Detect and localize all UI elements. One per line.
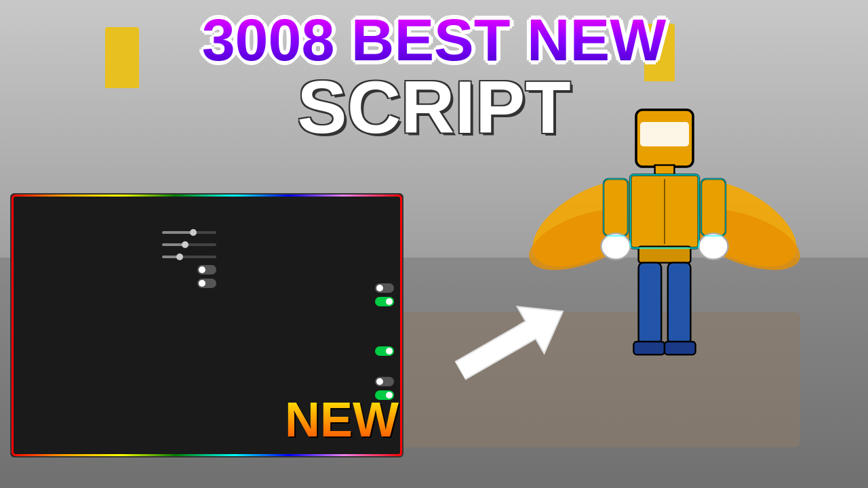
no-hats-row: No Hats Button [227,266,394,279]
gravity-label: Gravity [81,253,104,261]
player-esp-button[interactable]: Button [179,371,216,384]
sidebar-item-credits[interactable]: Credits [12,279,72,300]
misc-section: Misc Unlock First Person No Fall Damage … [227,330,394,400]
svg-rect-5 [640,122,689,146]
unlock-fp-row: Unlock First Person [227,346,394,356]
animation-speed-row: Animation Speed Value [227,232,394,245]
no-legs-label: No Legs [227,313,255,321]
new-badge: NEW [285,392,399,447]
animation-speed-label: Animation Speed [227,235,284,243]
svg-point-11 [601,233,630,259]
no-legs-row: No Legs Button [227,310,394,323]
no-fall-row: No Fall Damage Button [227,360,394,373]
svg-rect-16 [633,342,665,354]
noclip-label: Noclip [81,266,102,274]
item-esp-row: Item ESP Button [81,354,216,367]
noclip-row: Noclip [81,265,216,274]
blockhead-label: Blockhead [227,284,262,292]
employee-esp-button[interactable]: Button [179,338,216,350]
esp-title: ESP [81,308,216,317]
svg-point-12 [698,233,728,259]
svg-rect-17 [665,342,696,354]
svg-rect-9 [604,179,628,236]
sidebar-item-home[interactable]: Home [12,216,72,237]
fly-row: Fly [81,292,216,300]
roblox-character [495,61,834,468]
no-clothing-button[interactable]: Button [357,249,394,262]
no-legs-button[interactable]: Button [357,310,394,323]
fullbright-label: Fullbright [227,378,258,386]
unlock-fp-label: Unlock First Person [227,347,292,355]
noclip-toggle[interactable] [197,265,216,274]
no-arms-row: No Arms [227,297,394,306]
toggle-esp-row: Toggle ESP Button [81,321,216,333]
item-esp-button[interactable]: Button [179,354,216,367]
infinite-jump-label: Infinite Jump [81,279,123,287]
svg-rect-13 [639,247,691,263]
walkspeed-slider[interactable] [162,231,216,234]
sidebar-item-teleports[interactable]: Teleports [12,258,72,279]
gui-sidebar: Home Main Teleports Credits [12,211,73,456]
unlock-fp-toggle[interactable] [375,346,394,356]
svg-rect-10 [701,179,726,236]
toggle-esp-button[interactable]: Button [179,321,216,333]
player-esp-label: Player ESP [81,374,119,382]
gui-left-column: LocalPlayer WalkSpeed JumpPower [81,216,216,451]
no-clothing-label: No Clothing [227,252,266,260]
misc-title: Misc [227,330,394,342]
local-player-title: LocalPlayer [81,216,216,224]
jumppower-row: JumpPower [81,241,216,249]
tracers-label: Tracers [81,388,106,396]
no-fall-label: No Fall Damage [227,363,281,371]
item-esp-label: Item ESP [81,357,112,365]
no-arms-toggle[interactable] [375,297,394,306]
infinite-jump-toggle[interactable] [197,279,216,288]
toggle-esp-label: Toggle ESP [81,323,119,331]
blockhead-toggle[interactable] [375,283,394,293]
gui-title-text: Zeerox Hub | 3008 [18,198,85,207]
blockhead-row: Blockhead [227,283,394,293]
fullbright-toggle[interactable] [375,377,394,386]
sidebar-item-main[interactable]: Main [12,237,72,258]
svg-rect-14 [639,263,662,344]
employee-esp-label: Employee ESP [81,340,131,348]
fullbright-row: Fullbright [227,377,394,386]
no-clothing-row: No Clothing Button [227,249,394,262]
no-fall-button[interactable]: Button [357,360,394,373]
animation-speed-value[interactable]: Value [357,232,394,245]
no-arms-label: No Arms [227,298,256,306]
fun-title: Fun [227,216,394,228]
jumppower-slider[interactable] [162,243,216,246]
svg-rect-15 [668,263,691,344]
infinite-jump-row: Infinite Jump [81,279,216,288]
tracers-row: Tracers [81,388,216,396]
no-hats-button[interactable]: Button [357,266,394,279]
svg-rect-6 [655,165,675,175]
no-hats-label: No Hats [227,269,254,277]
gui-titlebar: Zeerox Hub | 3008 [12,195,402,211]
gravity-row: Gravity [81,253,216,261]
walkspeed-label: WalkSpeed [81,228,119,237]
employee-esp-row: Employee ESP Button [81,338,216,350]
jumppower-label: JumpPower [81,241,120,249]
esp-section: ESP Toggle ESP Button Employee ESP Butto… [81,308,216,396]
fly-label: Fly [81,292,91,300]
gravity-slider[interactable] [162,256,216,258]
walkspeed-row: WalkSpeed [81,228,216,237]
player-esp-row: Player ESP Button [81,371,216,384]
rejoin-label: Rejoin [227,391,248,399]
